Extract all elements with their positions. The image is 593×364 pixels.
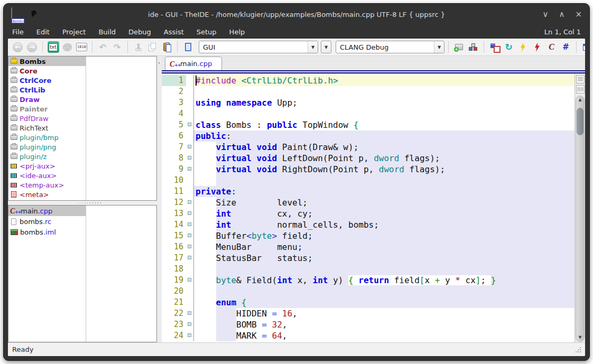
code-text[interactable]: MenuBar menu;: [193, 241, 575, 253]
package-item[interactable]: Painter: [8, 104, 86, 114]
fold-marker-icon[interactable]: [188, 200, 191, 204]
fold-marker-icon[interactable]: [188, 156, 191, 160]
code-line[interactable]: 5class Bombs : public TopWindow {: [162, 119, 575, 130]
organize-packages-button[interactable]: [467, 41, 480, 54]
build-method-dropdown-button[interactable]: ▼: [434, 41, 444, 53]
scroll-up-icon[interactable]: ▲: [578, 96, 581, 104]
package-item[interactable]: plugin/png: [8, 142, 86, 152]
edit-image-button[interactable]: [61, 41, 74, 54]
code-text[interactable]: private:: [193, 186, 575, 197]
code-line[interactable]: 3using namespace Upp;: [162, 97, 575, 108]
fold-marker-icon[interactable]: [188, 322, 191, 326]
compile-file-button[interactable]: C: [545, 41, 558, 54]
paste-button[interactable]: [160, 41, 173, 54]
code-line[interactable]: 17 StatusBar status;: [162, 253, 575, 264]
designers-button[interactable]: [488, 41, 501, 54]
code-text[interactable]: virtual void LeftDown(Point p, dword fla…: [193, 153, 575, 164]
code-line[interactable]: 8 virtual void LeftDown(Point p, dword f…: [162, 153, 575, 164]
code-text[interactable]: [193, 286, 575, 297]
edit-binary-button[interactable]: 1010: [75, 41, 88, 54]
code-line[interactable]: 15 Buffer<byte> field;: [162, 230, 575, 241]
code-line[interactable]: 11private:: [162, 186, 575, 197]
split-vertical-button[interactable]: [576, 85, 585, 94]
code-line[interactable]: 12 Size level;: [162, 197, 575, 208]
copy-button[interactable]: [146, 41, 159, 54]
maximize-button[interactable]: ∧: [559, 11, 564, 18]
assembly-combobox[interactable]: GUI ▼: [199, 41, 318, 53]
scrollbar-thumb[interactable]: [577, 108, 583, 135]
code-text[interactable]: StatusBar status;: [193, 253, 575, 264]
nav-forward-button[interactable]: →: [25, 41, 39, 54]
build-method-combobox[interactable]: CLANG Debug ▼: [336, 41, 444, 53]
code-line[interactable]: 16 MenuBar menu;: [162, 241, 575, 253]
fold-marker-icon[interactable]: [188, 333, 191, 337]
code-line[interactable]: 13 int cx, cy;: [162, 208, 575, 219]
menu-item-help[interactable]: Help: [229, 28, 245, 36]
rebuild-button[interactable]: [531, 41, 544, 54]
package-item[interactable]: RichText: [8, 123, 86, 133]
menu-item-file[interactable]: File: [12, 28, 24, 36]
package-item[interactable]: <ide-aux>: [8, 171, 86, 180]
code-line[interactable]: 24 MARK = 64,: [162, 330, 575, 341]
fold-marker-icon[interactable]: [188, 211, 191, 215]
menu-item-assist[interactable]: Assist: [164, 28, 184, 36]
menu-item-build[interactable]: Build: [98, 28, 116, 36]
package-item[interactable]: CtrlLib: [8, 85, 86, 95]
fold-marker-icon[interactable]: [188, 123, 191, 126]
code-text[interactable]: virtual void Paint(Draw& w);: [193, 142, 575, 153]
code-text[interactable]: HIDDEN = 16,: [193, 308, 575, 319]
pin-icon[interactable]: [30, 10, 37, 20]
scroll-down-icon[interactable]: ▼: [578, 334, 581, 341]
code-line[interactable]: 6public:: [162, 130, 575, 142]
fold-marker-icon[interactable]: [188, 278, 191, 282]
code-text[interactable]: MARK = 64,: [193, 330, 575, 341]
menu-item-setup[interactable]: Setup: [197, 28, 217, 36]
fold-marker-icon[interactable]: [188, 222, 191, 226]
menu-item-edit[interactable]: Edit: [36, 28, 50, 36]
package-item[interactable]: <temp-aux>: [8, 180, 86, 190]
menu-item-project[interactable]: Project: [62, 28, 86, 36]
code-text[interactable]: [193, 264, 575, 275]
redo-button[interactable]: ↷: [110, 41, 124, 54]
assembly-dropdown-button[interactable]: ▼: [308, 41, 318, 53]
file-list[interactable]: C++main.cppbombs.rcbombs.iml: [8, 205, 157, 342]
code-editor[interactable]: 1#include <CtrlLib/CtrlLib.h>23using nam…: [162, 74, 575, 342]
close-button[interactable]: ×: [575, 11, 582, 18]
code-text[interactable]: int normal_cells, bombs;: [193, 219, 575, 230]
preprocess-button[interactable]: #: [559, 41, 572, 54]
add-package-button[interactable]: [452, 41, 466, 54]
code-text[interactable]: #include <CtrlLib/CtrlLib.h>: [193, 75, 575, 86]
synchronize-button[interactable]: ↻: [502, 41, 515, 54]
package-item[interactable]: CtrlCore: [8, 76, 86, 85]
code-text[interactable]: using namespace Upp;: [193, 97, 575, 108]
fold-marker-icon[interactable]: [188, 145, 191, 148]
code-text[interactable]: public:: [193, 130, 575, 142]
code-text[interactable]: Size level;: [193, 197, 575, 208]
minimize-button[interactable]: ∨: [542, 11, 548, 18]
vertical-scrollbar[interactable]: ▲ ▼: [576, 96, 585, 342]
split-horizontal-button[interactable]: [576, 75, 585, 83]
menu-item-debug[interactable]: Debug: [128, 28, 151, 36]
code-line[interactable]: 23 BOMB = 32,: [162, 319, 575, 330]
code-line[interactable]: 9 virtual void RightDown(Point p, dword …: [162, 164, 575, 175]
package-item[interactable]: <prj-aux>: [8, 161, 86, 171]
code-text[interactable]: BOMB = 32,: [193, 319, 575, 330]
fold-marker-icon[interactable]: [188, 167, 191, 171]
resize-grip[interactable]: [575, 347, 581, 352]
code-line[interactable]: 7 virtual void Paint(Draw& w);: [162, 142, 575, 153]
run-button[interactable]: [580, 41, 585, 54]
package-item[interactable]: <meta>: [8, 190, 86, 199]
package-item[interactable]: plugin/z: [8, 152, 86, 161]
fold-marker-icon[interactable]: [188, 311, 191, 315]
code-line[interactable]: 20: [162, 286, 575, 297]
package-item[interactable]: PdfDraw: [8, 114, 86, 123]
fold-marker-icon[interactable]: [188, 256, 191, 259]
build-button[interactable]: [516, 41, 530, 54]
tab-main-cpp[interactable]: C++ main.cpp: [165, 57, 222, 70]
fold-marker-icon[interactable]: [188, 234, 191, 237]
fold-marker-icon[interactable]: [188, 245, 191, 248]
package-item[interactable]: Core: [8, 66, 86, 76]
title-bar[interactable]: Bombs ide - GUI - TheIDE - /home/klugier…: [4, 4, 589, 25]
code-line[interactable]: 1#include <CtrlLib/CtrlLib.h>: [162, 75, 575, 86]
cut-button[interactable]: [132, 41, 145, 54]
